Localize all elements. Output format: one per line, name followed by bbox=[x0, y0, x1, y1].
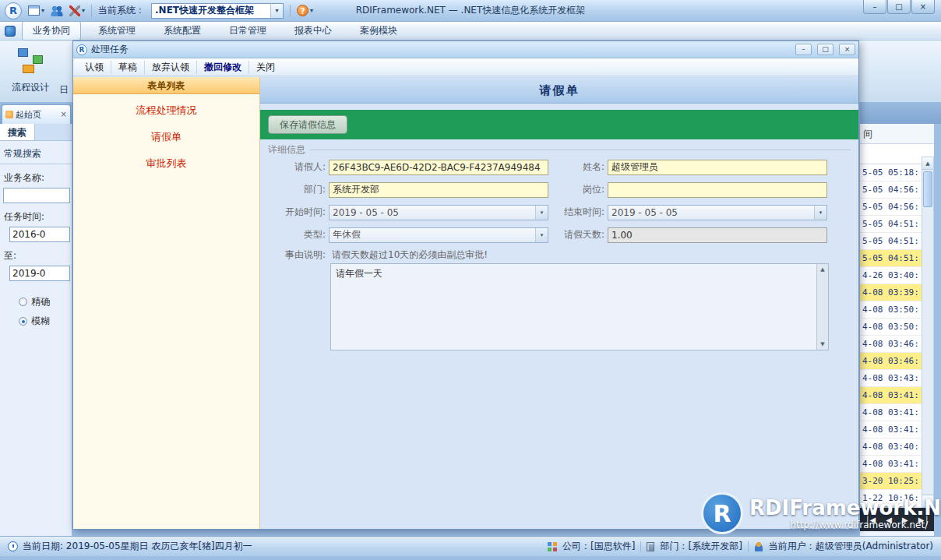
time-column-header[interactable]: 间 bbox=[860, 124, 934, 144]
task-time-from-input[interactable]: 2016-0 bbox=[9, 227, 70, 242]
time-cell: 4-08 03:40: bbox=[862, 442, 919, 452]
time-row[interactable]: 5-05 04:51: bbox=[860, 233, 922, 250]
time-row[interactable]: 4-08 03:46: bbox=[860, 353, 922, 370]
detail-section-title: 详细信息 bbox=[268, 143, 305, 157]
time-row[interactable]: 5-05 04:56: bbox=[860, 199, 922, 216]
menu-tab[interactable]: 案例模块 bbox=[349, 21, 408, 41]
time-row[interactable]: 4-08 03:41: bbox=[860, 387, 922, 404]
task-maximize-button[interactable]: □ bbox=[817, 44, 834, 55]
time-row[interactable]: 4-08 03:43: bbox=[860, 370, 922, 387]
business-name-input[interactable] bbox=[3, 188, 70, 203]
time-row[interactable]: 4-08 03:50: bbox=[860, 301, 922, 319]
menu-tab[interactable]: 报表中心 bbox=[284, 21, 343, 41]
pager-button[interactable]: ▶ bbox=[902, 516, 908, 524]
start-date-picker[interactable]: 2019 - 05 - 05 ▾ bbox=[329, 205, 548, 220]
users-tool-button[interactable] bbox=[51, 5, 63, 16]
end-date-picker[interactable]: 2019 - 05 - 05 ▾ bbox=[608, 205, 827, 220]
tools-tool-button[interactable]: ▾ bbox=[69, 5, 85, 16]
match-mode-radio[interactable]: 模糊 bbox=[19, 315, 72, 328]
dropdown-button[interactable]: ▾ bbox=[535, 206, 548, 220]
toolbar-separator bbox=[91, 5, 92, 17]
reason-textarea[interactable]: 请年假一天 ▲ ▼ bbox=[330, 263, 829, 350]
time-row[interactable]: 4-08 03:46: bbox=[860, 336, 922, 353]
window-controls: – □ × bbox=[862, 0, 935, 14]
divider bbox=[310, 150, 851, 150]
scrollbar-thumb[interactable] bbox=[923, 171, 932, 207]
close-button[interactable]: × bbox=[911, 0, 935, 14]
form-list-item[interactable]: 流程处理情况 bbox=[73, 97, 259, 124]
ribbon-item-partial[interactable]: 日 bbox=[59, 83, 69, 97]
task-toolbar-item[interactable]: 草稿 bbox=[111, 61, 144, 74]
time-row[interactable]: 4-08 03:41: bbox=[860, 421, 922, 438]
time-row[interactable]: 4-08 03:39: bbox=[860, 284, 922, 301]
dropdown-button[interactable]: ▾ bbox=[814, 206, 826, 220]
tab-close-icon[interactable]: × bbox=[61, 111, 67, 118]
department-icon bbox=[647, 542, 654, 551]
time-cell: 4-08 03:46: bbox=[862, 339, 919, 349]
chevron-down-icon: ▾ bbox=[41, 7, 44, 14]
form-list-item[interactable]: 请假单 bbox=[73, 124, 259, 150]
wrench-icon bbox=[69, 5, 80, 16]
time-row[interactable]: 5-05 04:51: bbox=[860, 250, 922, 267]
task-minimize-button[interactable]: – bbox=[795, 44, 812, 55]
tab-start-page[interactable]: 起始页 × bbox=[2, 104, 71, 124]
type-label: 类型: bbox=[268, 228, 329, 241]
search-panel: 搜索 常规搜索 业务名称: 任务时间: 2016-0 至: 2019-0 精确 … bbox=[0, 124, 72, 536]
menu-tab[interactable]: 业务协同 bbox=[22, 21, 81, 41]
menu-tab[interactable]: 系统配置 bbox=[153, 21, 212, 41]
toolbar-separator bbox=[290, 5, 291, 17]
task-toolbar-item[interactable]: 放弃认领 bbox=[144, 61, 196, 74]
dropdown-button[interactable]: ▾ bbox=[535, 228, 548, 242]
reason-text: 请年假一天 bbox=[336, 268, 382, 279]
current-system-combobox[interactable]: .NET快速开发整合框架 ▾ bbox=[151, 3, 284, 19]
task-toolbar-item[interactable]: 撤回修改 bbox=[196, 61, 248, 74]
maximize-button[interactable]: □ bbox=[887, 0, 911, 14]
form-action-bar: 保存请假信息 bbox=[260, 110, 858, 139]
task-close-button[interactable]: × bbox=[839, 44, 855, 55]
to-label: 至: bbox=[0, 242, 72, 264]
time-row[interactable]: 4-08 03:40: bbox=[860, 438, 922, 456]
name-input[interactable]: 超级管理员 bbox=[608, 160, 827, 175]
help-button[interactable]: ? ▾ bbox=[297, 5, 313, 16]
textarea-scrollbar[interactable]: ▲ ▼ bbox=[816, 264, 828, 350]
match-mode-radio[interactable]: 精确 bbox=[19, 295, 72, 308]
time-row[interactable]: 5-05 04:51: bbox=[860, 216, 922, 233]
save-leave-button[interactable]: 保存请假信息 bbox=[268, 115, 347, 134]
time-row[interactable]: 3-20 10:25: bbox=[860, 473, 922, 490]
task-toolbar-item[interactable]: 认领 bbox=[78, 61, 111, 74]
task-time-to-input[interactable]: 2019-0 bbox=[9, 266, 70, 281]
help-icon: ? bbox=[297, 5, 308, 16]
time-row[interactable]: 1-22 10:16: bbox=[860, 490, 922, 507]
grid-scrollbar[interactable]: ▲ ▼ bbox=[922, 157, 934, 508]
tab-search[interactable]: 搜索 bbox=[0, 124, 35, 140]
time-row[interactable]: 4-26 03:40: bbox=[860, 267, 922, 284]
task-toolbar-item[interactable]: 关闭 bbox=[248, 61, 282, 74]
combo-dropdown-button[interactable]: ▾ bbox=[270, 4, 283, 18]
applicant-input[interactable]: 26F43BC9-AE6D-42D2-BAC9-F4237A949484 bbox=[329, 160, 548, 175]
radio-icon bbox=[19, 317, 27, 326]
time-row[interactable]: 4-08 03:41: bbox=[860, 404, 922, 421]
menu-tab[interactable]: 日常管理 bbox=[218, 21, 277, 41]
menu-tab[interactable]: 系统管理 bbox=[87, 21, 146, 41]
form-list-item[interactable]: 审批列表 bbox=[73, 150, 259, 177]
time-row[interactable]: 4-08 03:50: bbox=[860, 319, 922, 336]
pager-button[interactable]: ◀ bbox=[886, 516, 892, 524]
task-window-title-bar[interactable]: R 处理任务 – □ × bbox=[73, 41, 858, 58]
scroll-up-icon[interactable]: ▲ bbox=[922, 157, 933, 170]
pager-button[interactable]: │◀ bbox=[865, 516, 876, 524]
scroll-down-icon[interactable]: ▼ bbox=[922, 495, 933, 507]
time-row[interactable]: 4-08 03:41: bbox=[860, 456, 922, 473]
scroll-up-icon[interactable]: ▲ bbox=[820, 266, 824, 273]
post-input[interactable] bbox=[608, 182, 827, 198]
scroll-down-icon[interactable]: ▼ bbox=[820, 341, 824, 347]
time-row[interactable]: 5-05 05:18: bbox=[860, 164, 922, 181]
ribbon-item-flow-design[interactable]: 流程设计 bbox=[5, 44, 56, 97]
pager-button[interactable]: ▶│ bbox=[918, 516, 929, 524]
days-input[interactable]: 1.00 bbox=[608, 227, 827, 243]
detail-section: 详细信息 请假人: 26F43BC9-AE6D-42D2-BAC9-F4237A… bbox=[260, 139, 858, 529]
department-input[interactable]: 系统开发部 bbox=[329, 182, 548, 198]
time-row[interactable]: 5-05 04:56: bbox=[860, 181, 922, 199]
form-tool-button[interactable]: ▾ bbox=[28, 5, 44, 16]
minimize-button[interactable]: – bbox=[863, 0, 886, 14]
leave-type-select[interactable]: 年休假 ▾ bbox=[329, 227, 548, 243]
